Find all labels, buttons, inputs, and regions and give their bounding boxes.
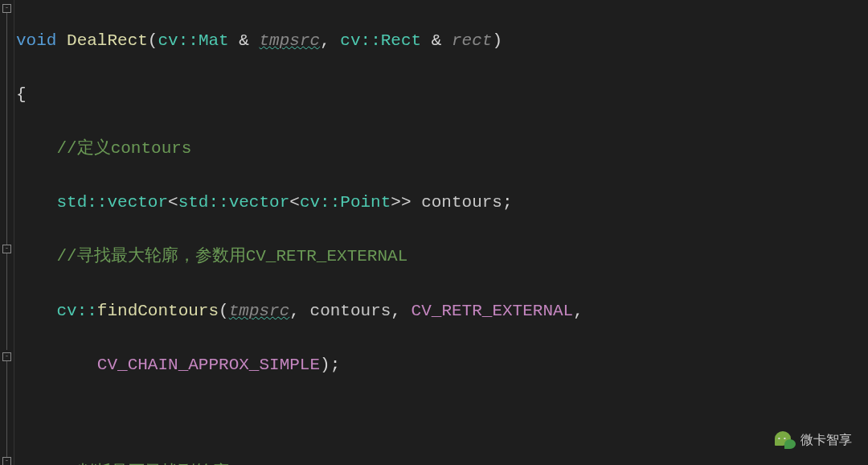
code-area[interactable]: void DealRect(cv::Mat & tmpsrc, cv::Rect… (14, 0, 665, 465)
code-line: std::vector<std::vector<cv::Point>> cont… (16, 189, 665, 216)
code-line: cv::findContours(tmpsrc, contours, CV_RE… (16, 298, 665, 325)
code-editor[interactable]: - - - - void DealRect(cv::Mat & tmpsrc, … (0, 0, 868, 465)
code-line: { (16, 81, 665, 109)
code-line: CV_CHAIN_APPROX_SIMPLE); (16, 352, 665, 379)
code-line: void DealRect(cv::Mat & tmpsrc, cv::Rect… (16, 27, 665, 55)
code-line: //定义contours (16, 135, 665, 163)
code-line (16, 405, 665, 433)
code-line: //判断是否寻找到轮廓 (16, 459, 665, 465)
fold-minus-icon[interactable]: - (2, 352, 11, 361)
wechat-icon: • • (775, 431, 796, 449)
fold-gutter: - - - - (0, 0, 14, 465)
fold-minus-icon[interactable]: - (2, 457, 11, 465)
watermark-text: 微卡智享 (800, 430, 852, 451)
fold-minus-icon[interactable]: - (2, 245, 11, 253)
code-line: //寻找最大轮廓，参数用CV_RETR_EXTERNAL (16, 243, 665, 270)
watermark: • • 微卡智享 (775, 430, 852, 451)
fold-minus-icon[interactable]: - (2, 4, 11, 13)
